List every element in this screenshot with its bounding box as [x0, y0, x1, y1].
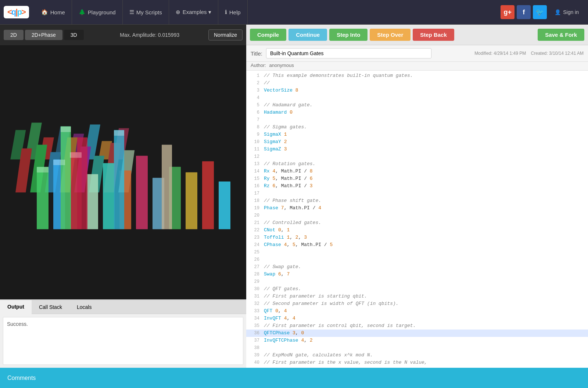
output-text: Success.	[7, 321, 28, 327]
code-line[interactable]: 40// First parameter is the x value, sec…	[246, 359, 588, 366]
code-line[interactable]: 28Swap 6, 7	[246, 271, 588, 278]
facebook-button[interactable]: f	[517, 5, 531, 19]
line-content: VectorSize 8	[264, 87, 298, 94]
google-plus-button[interactable]: g+	[501, 5, 514, 19]
line-number: 22	[249, 227, 259, 234]
line-content: //	[264, 79, 270, 87]
code-line[interactable]: 26	[246, 256, 588, 263]
code-line[interactable]: 22CNot 0, 1	[246, 227, 588, 234]
code-line[interactable]: 27// Swap gate.	[246, 263, 588, 271]
line-number: 2	[249, 79, 259, 87]
code-line[interactable]: 30// QFT gates.	[246, 285, 588, 293]
line-number: 23	[249, 234, 259, 241]
normalize-button[interactable]: Normalize	[208, 29, 243, 40]
code-line[interactable]: 18// Phase shift gate.	[246, 197, 588, 204]
code-line[interactable]: 13// Rotation gates.	[246, 160, 588, 168]
nav-help[interactable]: ℹ Help	[218, 0, 248, 25]
code-line[interactable]: 16Rz 6, Math.PI / 3	[246, 182, 588, 190]
code-line[interactable]: 1// This example demonstrates built-in q…	[246, 72, 588, 79]
visualization-area	[0, 45, 246, 299]
line-content: InvQFTCPhase 4, 2	[264, 337, 313, 344]
code-line[interactable]: 3VectorSize 8	[246, 87, 588, 94]
code-line[interactable]: 5// Hadamard gate.	[246, 102, 588, 109]
code-line[interactable]: 38	[246, 344, 588, 352]
code-line[interactable]: 23Toffoli 1, 2, 3	[246, 234, 588, 241]
line-number: 15	[249, 175, 259, 182]
code-line[interactable]: 20	[246, 212, 588, 219]
title-label: Title:	[251, 50, 262, 57]
code-line[interactable]: 35// First parameter is control qbit, se…	[246, 322, 588, 330]
code-line[interactable]: 14Rx 4, Math.PI / 8	[246, 168, 588, 175]
line-number: 18	[249, 197, 259, 204]
continue-button[interactable]: Continue	[288, 29, 327, 41]
code-line[interactable]: 7	[246, 116, 588, 124]
svg-rect-37	[114, 130, 124, 136]
nav-home[interactable]: 🏠 Home	[35, 0, 72, 25]
code-line[interactable]: 15Ry 5, Math.PI / 6	[246, 175, 588, 182]
code-line[interactable]: 19Phase 7, Math.PI / 4	[246, 204, 588, 212]
code-line[interactable]: 39// ExpModN gate, calculates x^k mod N.	[246, 352, 588, 359]
svg-rect-30	[77, 138, 87, 229]
tab-callstack[interactable]: Call Stack	[32, 300, 69, 314]
nav-playground[interactable]: 🌲 Playground	[72, 0, 123, 25]
code-line[interactable]: 4	[246, 94, 588, 102]
code-line[interactable]: 31// First parameter is starting qbit.	[246, 293, 588, 300]
code-line[interactable]: 6Hadamard 0	[246, 109, 588, 116]
line-number: 4	[249, 94, 259, 102]
code-line[interactable]: 2//	[246, 79, 588, 87]
view-3d-button[interactable]: 3D	[64, 30, 84, 40]
save-fork-button[interactable]: Save & Fork	[538, 29, 584, 41]
line-number: 28	[249, 271, 259, 278]
code-line[interactable]: 34InvQFT 4, 4	[246, 315, 588, 322]
code-line[interactable]: 8// Sigma gates.	[246, 124, 588, 131]
code-line[interactable]: 32// Second parameter is width of QFT (i…	[246, 300, 588, 307]
line-content: SigmaY 2	[264, 138, 287, 146]
line-content: // First parameter is the x value, secon…	[264, 359, 427, 366]
code-line[interactable]: 17	[246, 190, 588, 197]
step-back-button[interactable]: Step Back	[413, 29, 454, 41]
line-content: Swap 6, 7	[264, 271, 290, 278]
line-content: // First parameter is starting qbit.	[264, 293, 367, 300]
line-number: 14	[249, 168, 259, 175]
code-line[interactable]: 12	[246, 153, 588, 160]
view-2dphase-button[interactable]: 2D+Phase	[25, 30, 62, 40]
line-number: 12	[249, 153, 259, 160]
line-number: 32	[249, 300, 259, 307]
nav-myscripts[interactable]: ☰ My Scripts	[123, 0, 169, 25]
step-over-button[interactable]: Step Over	[370, 29, 410, 41]
step-into-button[interactable]: Step Into	[329, 29, 368, 41]
svg-rect-27	[202, 161, 214, 229]
code-line[interactable]: 21// Controlled gates.	[246, 219, 588, 227]
code-line[interactable]: 24CPhase 4, 5, Math.PI / 5	[246, 241, 588, 249]
code-editor[interactable]: 1// This example demonstrates built-in q…	[246, 71, 588, 368]
code-line[interactable]: 25	[246, 249, 588, 256]
tab-output[interactable]: Output	[0, 300, 32, 314]
line-number: 19	[249, 204, 259, 212]
svg-rect-29	[61, 127, 71, 229]
nav-examples[interactable]: ⊕ Examples ▾	[169, 0, 218, 25]
line-number: 37	[249, 337, 259, 344]
twitter-button[interactable]: 🐦	[533, 5, 547, 19]
code-line[interactable]: 11SigmaZ 3	[246, 146, 588, 153]
line-content: // Swap gate.	[264, 263, 301, 271]
compile-button[interactable]: Compile	[250, 29, 286, 41]
code-line[interactable]: 33QFT 0, 4	[246, 307, 588, 315]
code-line[interactable]: 9SigmaX 1	[246, 131, 588, 138]
code-line[interactable]: 10SigmaY 2	[246, 138, 588, 146]
tab-locals[interactable]: Locals	[69, 300, 99, 314]
author-row: Author: anonymous	[246, 62, 588, 71]
title-input[interactable]	[266, 48, 431, 58]
line-content: QFT 0, 4	[264, 307, 287, 315]
code-line[interactable]: 36QFTCPhase 3, 0	[246, 330, 588, 337]
svg-rect-23	[136, 156, 148, 229]
navbar: <q|p> 🏠 Home 🌲 Playground ☰ My Scripts ⊕…	[0, 0, 588, 25]
line-content: Toffoli 1, 2, 3	[264, 234, 307, 241]
code-toolbar: Compile Continue Step Into Step Over Ste…	[246, 25, 588, 45]
left-panel: 2D 2D+Phase 3D Max. Amplitude: 0.015993 …	[0, 25, 246, 368]
examples-icon: ⊕	[176, 9, 180, 15]
code-line[interactable]: 37InvQFTCPhase 4, 2	[246, 337, 588, 344]
amplitude-label: Max. Amplitude: 0.015993	[93, 32, 207, 38]
code-line[interactable]: 29	[246, 278, 588, 285]
view-2d-button[interactable]: 2D	[4, 30, 24, 40]
signin-button[interactable]: 👤 Sign in	[549, 9, 584, 15]
